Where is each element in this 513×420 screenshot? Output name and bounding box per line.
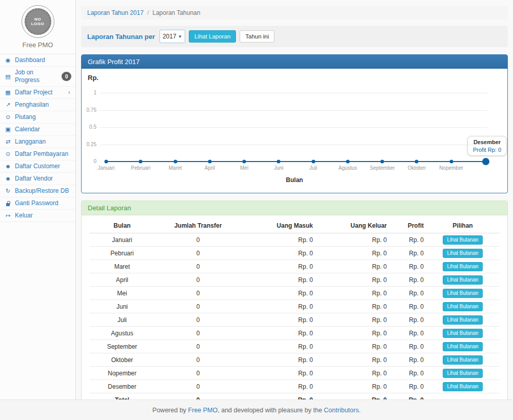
chart-panel-title: Grafik Profit 2017 <box>82 55 507 69</box>
sidebar-item-calendar[interactable]: ▣Calendar <box>0 124 75 136</box>
page: NO LOGO Free PMO ◉Dashboard▤Job on Progr… <box>0 0 513 420</box>
year-select[interactable]: 2017 ▼ <box>160 30 185 43</box>
sidebar-item-label: Calendar <box>15 126 40 133</box>
data-point-desember[interactable] <box>482 158 489 165</box>
table-row-maret: Maret0Rp. 0Rp. 0Rp. 0Lihat Bulanan <box>89 260 500 273</box>
cell-masuk: Rp. 0 <box>241 327 315 340</box>
cell-pilihan: Lihat Bulanan <box>426 353 500 367</box>
cell-masuk: Rp. 0 <box>241 313 315 327</box>
table-row-oktober: Oktober0Rp. 0Rp. 0Rp. 0Lihat Bulanan <box>89 353 500 367</box>
cell-keluar: Rp. 0 <box>315 380 389 393</box>
data-point-september[interactable] <box>381 160 384 164</box>
sidebar-item-backup-restore-db[interactable]: ↻Backup/Restore DB <box>0 185 75 197</box>
sidebar-item-dashboard[interactable]: ◉Dashboard <box>0 54 75 67</box>
sidebar-item-daftar-project[interactable]: ▦Daftar Project‹ <box>0 87 75 99</box>
x-tick-label: Nopember <box>439 165 463 171</box>
data-point-januari[interactable] <box>105 160 108 164</box>
sidebar-item-label: Job on Progress <box>15 69 58 84</box>
x-tick-label: Agustus <box>339 165 357 171</box>
cell-profit: Rp. 0 <box>389 273 426 287</box>
view-monthly-button-januari[interactable]: Lihat Bulanan <box>443 235 482 245</box>
view-monthly-button-mei[interactable]: Lihat Bulanan <box>443 289 482 298</box>
y-axis-label: Rp. <box>88 74 98 82</box>
view-monthly-button-juni[interactable]: Lihat Bulanan <box>443 302 482 311</box>
column-header-uang-masuk: Uang Masuk <box>241 218 315 233</box>
view-monthly-button-april[interactable]: Lihat Bulanan <box>443 275 482 285</box>
sidebar-item-label: Piutang <box>15 113 36 121</box>
view-monthly-button-september[interactable]: Lihat Bulanan <box>443 342 482 351</box>
filter-label: Laporan Tahunan per <box>87 33 155 41</box>
view-monthly-button-nopember[interactable]: Lihat Bulanan <box>443 369 482 378</box>
cell-keluar: Rp. 0 <box>315 313 389 327</box>
sidebar-item-label: Ganti Password <box>15 199 58 207</box>
current-year-button[interactable]: Tahun ini <box>240 30 274 43</box>
cell-profit: Rp. 0 <box>389 313 426 327</box>
cell-masuk: Rp. 0 <box>241 367 315 380</box>
footer-text-suffix: . <box>359 407 360 414</box>
cell-pilihan: Lihat Bulanan <box>426 233 500 247</box>
cell-masuk: Rp. 0 <box>241 273 315 287</box>
cell-profit: Rp. 0 <box>389 367 426 380</box>
footer-link-free-pmo[interactable]: Free PMO <box>188 407 218 414</box>
data-point-oktober[interactable] <box>415 160 419 164</box>
sidebar: NO LOGO Free PMO ◉Dashboard▤Job on Progr… <box>0 0 76 399</box>
view-monthly-button-juli[interactable]: Lihat Bulanan <box>443 315 482 325</box>
cell-pilihan: Lihat Bulanan <box>426 260 500 273</box>
cell-profit: Rp. 0 <box>389 260 426 273</box>
data-point-maret[interactable] <box>173 160 177 164</box>
sidebar-item-job-on-progress[interactable]: ▤Job on Progress0 <box>0 67 75 87</box>
view-report-button[interactable]: Lihat Laporan <box>189 30 236 43</box>
view-monthly-button-desember[interactable]: Lihat Bulanan <box>443 382 482 391</box>
cell-keluar: Rp. 0 <box>315 353 389 367</box>
no-logo-badge: NO LOGO <box>25 8 51 35</box>
report-filter-bar: Laporan Tahunan per 2017 ▼ Lihat Laporan… <box>81 26 508 47</box>
sidebar-item-piutang[interactable]: ⊙Piutang <box>0 111 75 124</box>
cell-jumlah: 0 <box>155 273 241 287</box>
list-icon: ▤ <box>4 73 12 81</box>
gridline <box>100 110 487 111</box>
cell-masuk: Rp. 0 <box>241 260 315 273</box>
cell-jumlah: 0 <box>155 233 241 247</box>
sidebar-item-ganti-password[interactable]: Ganti Password <box>0 197 75 210</box>
sidebar-item-label: Daftar Project <box>15 89 52 96</box>
table-row-september: September0Rp. 0Rp. 0Rp. 0Lihat Bulanan <box>89 340 500 353</box>
sidebar-item-langganan[interactable]: ⇄Langganan <box>0 136 75 148</box>
sidebar-item-daftar-customer[interactable]: ☻Daftar Customer <box>0 161 75 173</box>
sidebar-item-daftar-pembayaran[interactable]: ⊙Daftar Pembayaran <box>0 148 75 161</box>
cell-keluar: Rp. 0 <box>315 287 389 300</box>
gridline <box>100 93 487 93</box>
sidebar-item-label: Daftar Pembayaran <box>15 150 68 158</box>
view-monthly-button-pebruari[interactable]: Lihat Bulanan <box>443 249 482 258</box>
sidebar-item-label: Daftar Customer <box>15 163 60 170</box>
cell-pilihan: Lihat Bulanan <box>426 313 500 327</box>
cell-bulan: Maret <box>89 260 155 273</box>
chart-line-icon: ↗ <box>4 101 12 109</box>
sidebar-item-daftar-vendor[interactable]: ☻Daftar Vendor <box>0 173 75 185</box>
cell-profit: Rp. 0 <box>389 247 426 260</box>
data-point-mei[interactable] <box>243 160 246 164</box>
brand-block: NO LOGO Free PMO <box>0 0 75 54</box>
view-monthly-button-oktober[interactable]: Lihat Bulanan <box>443 355 482 365</box>
data-point-april[interactable] <box>208 160 211 164</box>
sidebar-item-keluar[interactable]: ↦Keluar <box>0 210 75 222</box>
footer-text: Powered by <box>152 407 186 414</box>
sidebar-item-label: Daftar Vendor <box>15 175 53 183</box>
view-monthly-button-maret[interactable]: Lihat Bulanan <box>443 262 482 271</box>
table-row-agustus: Agustus0Rp. 0Rp. 0Rp. 0Lihat Bulanan <box>89 327 500 340</box>
cell-jumlah: 0 <box>155 300 241 313</box>
cell-profit: Rp. 0 <box>389 300 426 313</box>
cell-bulan: Juni <box>89 300 155 313</box>
cell-bulan: Desember <box>89 380 155 393</box>
data-point-pebruari[interactable] <box>139 160 143 164</box>
sidebar-item-penghasilan[interactable]: ↗Penghasilan <box>0 99 75 111</box>
x-tick-label: Oktober <box>408 165 426 171</box>
column-header-bulan: Bulan <box>89 218 155 233</box>
data-point-juli[interactable] <box>311 160 315 164</box>
breadcrumb-link-laporan-tahun[interactable]: Laporan Tahun 2017 <box>87 9 144 16</box>
sidebar-item-label: Backup/Restore DB <box>15 187 69 195</box>
footer-link-contributors[interactable]: Contributors <box>324 407 359 414</box>
data-point-juni[interactable] <box>277 160 281 164</box>
data-point-nopember[interactable] <box>449 160 453 164</box>
view-monthly-button-agustus[interactable]: Lihat Bulanan <box>443 329 482 338</box>
data-point-agustus[interactable] <box>346 160 349 164</box>
